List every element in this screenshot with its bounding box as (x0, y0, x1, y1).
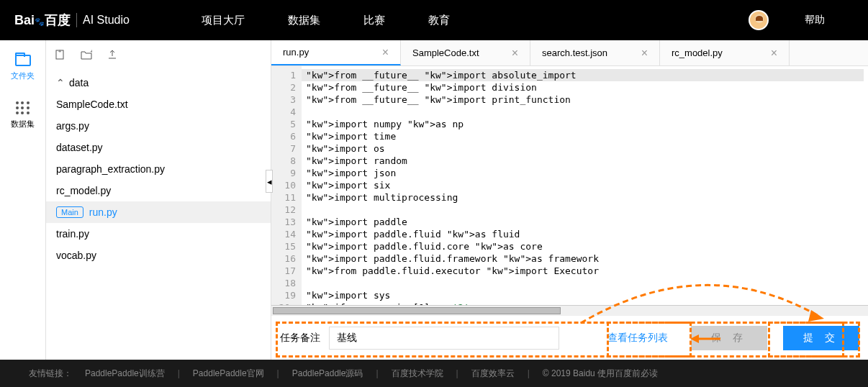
tab-label: rc_model.py (672, 47, 723, 58)
save-button[interactable]: 保 存 (691, 326, 767, 350)
tab-rc-model[interactable]: rc_model.py× (660, 40, 790, 65)
tree-file-rc-model[interactable]: rc_model.py (46, 180, 271, 201)
tree-file-sample[interactable]: SampleCode.txt (46, 94, 271, 115)
svg-text:+: + (58, 49, 62, 55)
brand-logo[interactable]: Bai🐾百度 AI Studio (14, 12, 130, 29)
nav-projects[interactable]: 项目大厅 (202, 14, 245, 27)
upload-icon[interactable] (107, 49, 118, 60)
tree-file-label: paragraph_extraction.py (56, 163, 165, 175)
tree-folder-label: data (69, 77, 89, 88)
task-note-label: 任务备注 (280, 332, 320, 345)
main-area: 文件夹 数据集 + + ⌃data SampleCode.txt args.py… (0, 40, 868, 360)
tree-file-train[interactable]: train.py (46, 223, 271, 245)
brand-du: 百度 (45, 13, 71, 27)
tab-label: run.py (283, 47, 309, 58)
left-sidebar: 文件夹 数据集 (0, 40, 46, 360)
tab-sample[interactable]: SampleCode.txt× (401, 40, 530, 65)
new-file-icon[interactable]: + (55, 49, 66, 60)
tree-file-label: train.py (56, 228, 89, 240)
nav-datasets[interactable]: 数据集 (288, 14, 320, 27)
line-gutter: 1234567891011121314151617181920▾21222324 (271, 66, 302, 305)
code-content[interactable]: "kw">from __future__ "kw">import absolut… (302, 66, 868, 305)
tree-file-label: SampleCode.txt (56, 99, 128, 110)
editor-area: ◂ run.py× SampleCode.txt× search.test.js… (271, 40, 868, 360)
new-folder-icon[interactable]: + (81, 49, 92, 60)
footer-link-efficiency[interactable]: 百度效率云 (464, 368, 522, 380)
task-submit-bar: 任务备注 查看任务列表 保 存 提 交 (271, 315, 868, 360)
tab-run[interactable]: run.py× (271, 40, 401, 65)
footer-friendlinks-label: 友情链接： (29, 368, 72, 380)
footer: 友情链接： PaddlePaddle训练营| PaddlePaddle官网| P… (0, 360, 868, 387)
help-link[interactable]: 帮助 (805, 14, 825, 27)
tab-label: search.test.json (542, 47, 607, 58)
submit-button[interactable]: 提 交 (783, 326, 859, 350)
file-explorer: + + ⌃data SampleCode.txt args.py dataset… (46, 40, 271, 360)
tree-file-vocab[interactable]: vocab.py (46, 245, 271, 266)
brand-divider (76, 13, 77, 27)
footer-link-source[interactable]: PaddlePaddle源码 (285, 368, 371, 380)
editor-tabs: run.py× SampleCode.txt× search.test.json… (271, 40, 868, 66)
nav-education[interactable]: 教育 (428, 14, 450, 27)
dataset-icon (16, 101, 30, 114)
horizontal-scrollbar[interactable] (271, 305, 868, 315)
tree-file-label: run.py (89, 206, 117, 218)
tree-file-label: rc_model.py (56, 185, 111, 196)
code-editor[interactable]: 1234567891011121314151617181920▾21222324… (271, 66, 868, 305)
sidebar-dataset[interactable]: 数据集 (11, 101, 35, 129)
close-icon[interactable]: × (771, 47, 777, 60)
tab-search[interactable]: search.test.json× (530, 40, 660, 65)
tree-file-run[interactable]: Mainrun.py (46, 201, 271, 223)
sidebar-dataset-label: 数据集 (11, 119, 35, 129)
sidebar-folder-label: 文件夹 (11, 70, 35, 81)
tree-file-label: vocab.py (56, 250, 96, 261)
scrollbar-thumb[interactable] (273, 307, 561, 314)
view-tasks-link[interactable]: 查看任务列表 (607, 332, 668, 345)
tree-file-paragraph[interactable]: paragraph_extraction.py (46, 158, 271, 180)
tree-folder-data[interactable]: ⌃data (46, 72, 271, 94)
svg-text:+: + (90, 49, 92, 55)
close-icon[interactable]: × (382, 46, 389, 59)
close-icon[interactable]: × (641, 47, 648, 60)
tree-file-label: dataset.py (56, 142, 103, 153)
tree-file-label: args.py (56, 120, 89, 132)
top-navbar: Bai🐾百度 AI Studio 项目大厅 数据集 比赛 教育 帮助 (0, 0, 868, 40)
top-nav: 项目大厅 数据集 比赛 教育 (202, 14, 450, 27)
file-toolbar: + + (46, 40, 271, 69)
tree-file-dataset[interactable]: dataset.py (46, 137, 271, 158)
user-avatar[interactable] (749, 10, 769, 30)
task-note-input[interactable] (329, 327, 559, 350)
main-tag: Main (56, 206, 83, 218)
collapse-sidebar-handle[interactable]: ◂ (266, 170, 273, 193)
tab-label: SampleCode.txt (412, 47, 479, 58)
footer-copyright[interactable]: © 2019 Baidu 使用百度前必读 (535, 368, 665, 380)
footer-link-official[interactable]: PaddlePaddle官网 (186, 368, 271, 380)
brand-ai-studio: AI Studio (83, 14, 130, 27)
footer-link-training[interactable]: PaddlePaddle训练营 (78, 368, 172, 380)
footer-link-college[interactable]: 百度技术学院 (384, 368, 451, 380)
brand-bai: Bai (14, 13, 35, 27)
nav-competition[interactable]: 比赛 (363, 14, 385, 27)
tree-file-args[interactable]: args.py (46, 115, 271, 137)
close-icon[interactable]: × (512, 47, 518, 60)
sidebar-folder[interactable]: 文件夹 (11, 55, 35, 81)
file-tree: ⌃data SampleCode.txt args.py dataset.py … (46, 69, 271, 269)
folder-icon (15, 55, 31, 66)
chevron-down-icon: ⌃ (56, 77, 63, 88)
